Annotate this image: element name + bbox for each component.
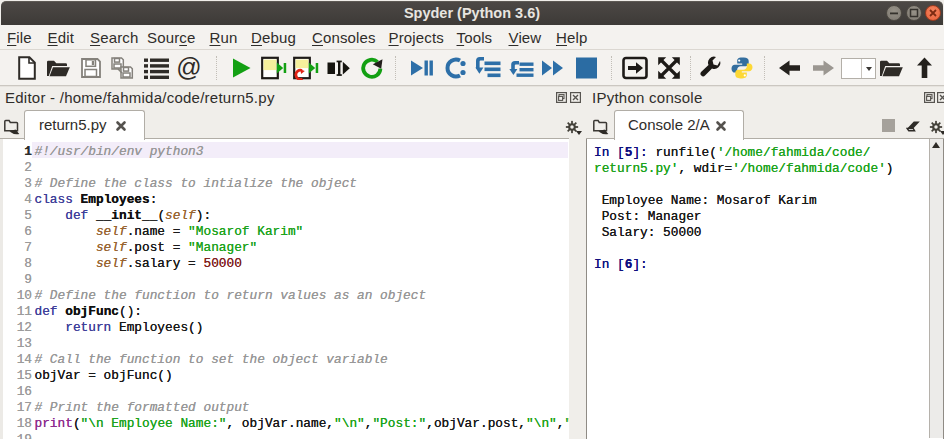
- svg-text:@: @: [176, 56, 201, 81]
